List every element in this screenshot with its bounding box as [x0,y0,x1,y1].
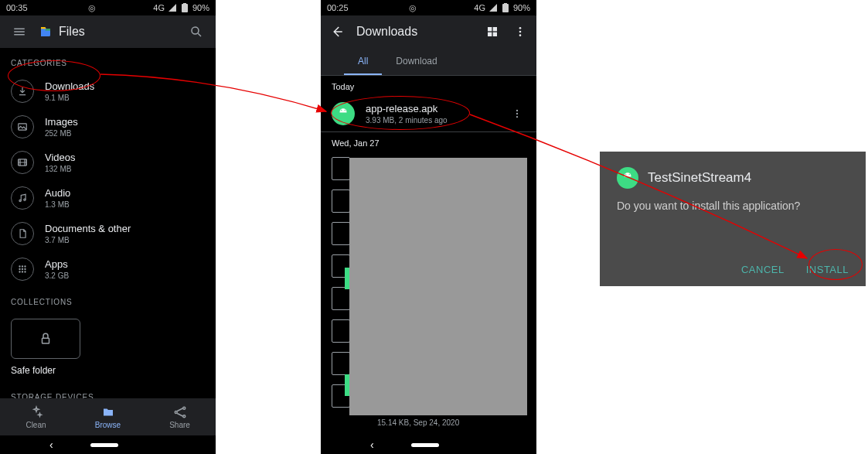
tab-download[interactable]: Download [382,48,451,75]
status-time: 00:35 [6,3,28,12]
category-downloads[interactable]: Downloads 9.1 MB [0,73,216,109]
home-nav-icon[interactable] [90,443,118,447]
category-videos[interactable]: Videos 132 MB [0,145,216,180]
svg-point-12 [24,268,26,270]
files-logo-icon [39,25,53,39]
category-size: 252 MB [45,129,205,138]
downloads-title: Downloads [356,25,473,39]
document-icon [11,222,34,245]
signal-icon [488,3,498,12]
overflow-icon[interactable] [512,23,529,40]
share-icon [173,405,187,419]
redaction-block [349,158,527,415]
download-icon [11,80,34,103]
nav-share[interactable]: Share [144,398,216,435]
tab-label: Download [396,56,437,67]
svg-point-19 [182,407,185,409]
file-thumb-icon [332,189,350,213]
svg-point-31 [345,110,345,111]
svg-point-30 [341,110,342,111]
battery-icon [180,3,189,12]
category-size: 3.2 GB [45,271,205,280]
install-button[interactable]: INSTALL [806,264,849,275]
dialog-title-row: TestSinetStream4 [617,167,849,189]
battery-pct: 90% [192,3,209,12]
downloads-tabs: All Download [321,48,536,76]
file-overflow-icon[interactable] [509,105,526,122]
files-header: Files [0,15,216,48]
video-icon [11,151,34,174]
network-label: 4G [474,3,485,12]
android-icon [332,102,355,125]
bottom-nav: Clean Browse Share [0,398,216,435]
sparkle-icon [29,405,43,419]
category-images[interactable]: Images 252 MB [0,109,216,145]
nav-clean[interactable]: Clean [0,398,72,435]
svg-rect-21 [502,4,509,12]
category-documents[interactable]: Documents & other 3.7 MB [0,216,216,251]
battery-icon [501,3,510,12]
nav-label: Browse [95,421,121,429]
svg-point-9 [24,265,26,267]
svg-point-35 [625,174,626,175]
file-name: app-release.apk [366,103,498,114]
svg-point-18 [175,411,177,413]
folder-icon [101,405,115,419]
safe-folder-label: Safe folder [0,362,216,382]
network-label: 4G [153,3,165,12]
svg-point-7 [19,265,20,267]
search-icon[interactable] [188,23,205,40]
svg-point-13 [19,271,20,272]
android-icon [617,167,638,189]
svg-rect-23 [488,27,492,31]
svg-point-20 [182,415,185,417]
category-title: Videos [45,152,205,163]
svg-point-8 [22,265,23,267]
home-nav-icon[interactable] [411,443,439,447]
svg-rect-24 [493,27,497,31]
file-thumb-icon [332,319,350,343]
notification-icon: ◎ [88,3,96,13]
svg-point-27 [519,27,522,29]
today-header: Today [321,76,536,96]
statusbar: 00:35 ◎ 4G 90% [0,0,216,15]
file-app-release-apk[interactable]: app-release.apk 3.93 MB, 2 minutes ago [321,96,536,131]
back-nav-icon[interactable]: ‹ [370,439,374,451]
nav-browse[interactable]: Browse [72,398,144,435]
back-icon[interactable] [328,23,345,40]
tab-all[interactable]: All [344,48,382,75]
file-thumb-icon [332,222,350,245]
category-audio[interactable]: Audio 1.3 MB [0,180,216,216]
android-icon [345,374,349,396]
app-title: Files [39,25,177,39]
svg-rect-0 [182,4,188,12]
battery-pct: 90% [513,3,530,12]
lock-icon [39,332,53,346]
category-title: Apps [45,258,205,270]
safe-folder-button[interactable] [11,319,80,359]
image-icon [11,115,34,138]
category-apps[interactable]: Apps 3.2 GB [0,251,216,287]
category-size: 3.7 MB [45,236,205,244]
svg-point-14 [22,271,23,272]
collections-label: COLLECTIONS [0,287,216,312]
notification-icon: ◎ [409,3,417,13]
menu-icon[interactable] [11,23,28,40]
cancel-button[interactable]: CANCEL [741,264,785,275]
category-title: Documents & other [45,223,205,234]
svg-point-15 [24,271,26,272]
svg-point-32 [516,110,518,111]
svg-point-2 [192,27,199,34]
svg-point-11 [22,268,23,270]
android-icon [345,268,349,289]
grid-view-icon[interactable] [484,23,501,40]
file-sub: 15.14 KB, Sep 24, 2020 [377,418,459,427]
file-thumb-icon [332,157,350,180]
svg-rect-1 [183,3,186,5]
svg-point-36 [629,174,630,175]
phone-files-app: 00:35 ◎ 4G 90% Files CATEGORIES [0,0,216,454]
downloads-header: Downloads [321,15,536,48]
file-thumb-icon [332,287,350,310]
back-nav-icon[interactable]: ‹ [49,439,53,451]
system-nav: ‹ [0,435,216,454]
